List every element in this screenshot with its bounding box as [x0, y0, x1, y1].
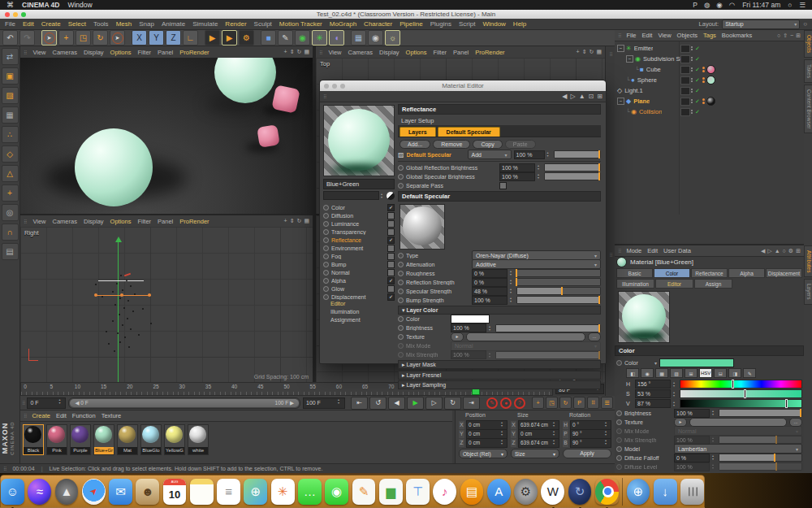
drag-grip-icon[interactable]: ⠿	[618, 248, 620, 254]
tab-displacement[interactable]: Displacement	[766, 268, 802, 278]
layer-color-foldbar[interactable]: ▾ Layer Color	[398, 306, 601, 315]
back-icon[interactable]: ◀	[761, 248, 765, 254]
notification-center-icon[interactable]: ☰	[799, 1, 806, 9]
channel-normal[interactable]: Normal	[323, 268, 395, 276]
dock-calendar-icon[interactable]: AUG10	[163, 479, 187, 505]
key-pla-button[interactable]: ⠿	[587, 397, 599, 409]
hsv-h-slider[interactable]	[680, 380, 802, 389]
autokey-button[interactable]: ●	[500, 397, 512, 409]
am-menu-user-data[interactable]: User Data	[663, 247, 691, 254]
coord-size-z-field[interactable]: 639.674 cm▴▾	[518, 438, 559, 448]
material-tag-icon[interactable]	[706, 76, 715, 85]
light-button[interactable]: ☼	[385, 30, 400, 46]
om-menu-objects[interactable]: Objects	[677, 32, 698, 39]
redo-button[interactable]: ↷	[19, 30, 35, 46]
color-mode--icon[interactable]: ⊟	[714, 368, 727, 378]
dock-appstore-icon[interactable]: A	[487, 479, 511, 505]
menu-snap[interactable]: Snap	[139, 20, 154, 28]
texture-browse-button[interactable]: ...	[588, 332, 601, 341]
dock-w-app-icon[interactable]: W	[541, 479, 564, 505]
om-menu-bookmarks[interactable]: Bookmarks	[722, 32, 753, 39]
separate-pass-checkbox[interactable]	[499, 182, 507, 189]
viewport-menu-options[interactable]: Options	[110, 218, 132, 225]
channel-diffusion-checkbox[interactable]	[387, 212, 395, 219]
key-interpolation-button[interactable]: ☰	[601, 397, 613, 409]
lock-x-axis[interactable]: X	[132, 30, 147, 46]
wifi-icon[interactable]: ◠	[729, 1, 735, 9]
material-tag-icon[interactable]	[706, 97, 715, 106]
timeline-range-slider[interactable]: ◀ 0 F 100 F ▶	[68, 397, 300, 409]
material-preview[interactable]	[323, 105, 395, 176]
mix-strength-value[interactable]: 100 %	[451, 350, 486, 359]
hsv-v-slider[interactable]	[680, 399, 802, 408]
channel-editor[interactable]: Editor	[323, 301, 395, 309]
size-dropdown[interactable]: Size▾	[511, 449, 559, 458]
dock-photos-icon[interactable]: ✳	[271, 479, 295, 505]
viewport-menu-panel[interactable]: Panel	[158, 218, 173, 225]
plane-handle-dot[interactable]	[120, 293, 123, 297]
viewport-menu-filter[interactable]: Filter	[433, 49, 447, 56]
material-tag-icon[interactable]	[706, 65, 715, 74]
menu-help[interactable]: Help	[513, 20, 526, 28]
viewport-menu-options[interactable]: Options	[110, 49, 132, 56]
channel-glow[interactable]: Glow	[323, 284, 395, 293]
mix-strength-value[interactable]: 100 %	[674, 436, 710, 445]
dock-siri-icon[interactable]: ≈	[28, 479, 51, 505]
tree-item-cube[interactable]: └■Cube✓	[615, 64, 804, 75]
viewport-menu-prorender[interactable]: ProRender	[475, 49, 504, 56]
reflection-strength-slider[interactable]	[516, 278, 601, 286]
dock-trash-icon[interactable]: ☰	[680, 479, 704, 505]
record-button[interactable]: ✎	[486, 397, 498, 409]
texture-arrow-button[interactable]: ▸	[451, 332, 464, 341]
global-specular-brightness-slider[interactable]	[544, 172, 601, 180]
side-tab-layers[interactable]: Layers	[804, 279, 812, 305]
layer-strength-slider[interactable]	[554, 150, 601, 158]
viewport-perspective-canvas[interactable]	[20, 58, 313, 214]
material-editor-titlebar[interactable]: Material Editor	[320, 80, 606, 91]
channel-displacement-checkbox[interactable]: ✓	[387, 293, 395, 301]
dock-pages-icon[interactable]: ✎	[352, 479, 376, 505]
material-black[interactable]: Black	[23, 424, 44, 455]
menu-plugins[interactable]: Plugins	[430, 20, 451, 28]
channel-diffusion[interactable]: Diffusion	[323, 211, 395, 219]
channel-bump[interactable]: Bump	[323, 260, 395, 268]
channel-transparency[interactable]: Transparency	[323, 228, 395, 236]
brightness-slider[interactable]	[495, 324, 601, 332]
viewport-menu-panel[interactable]: Panel	[158, 49, 173, 56]
pan-icon[interactable]: +	[284, 49, 287, 55]
mix-strength-slider[interactable]	[495, 351, 601, 359]
channel-color-checkbox[interactable]: ✓	[387, 204, 395, 211]
forward-icon[interactable]: ▷	[767, 248, 771, 254]
color-mode--icon[interactable]: ◨	[728, 368, 741, 378]
side-tab-attributes[interactable]: Attributes	[804, 245, 812, 277]
viewport-menu-filter[interactable]: Filter	[137, 49, 151, 56]
hsv-s-slider[interactable]	[680, 389, 802, 398]
viewport-menu-cameras[interactable]: Cameras	[53, 218, 77, 225]
app-menu-title[interactable]: CINEMA 4D	[22, 1, 59, 9]
color-mode--icon[interactable]: ⊞	[685, 368, 698, 378]
menu-motion-tracker[interactable]: Motion Tracker	[279, 20, 322, 28]
dock-network-globe-icon[interactable]: ⊕	[627, 479, 650, 505]
add-icon[interactable]: ⊞	[796, 33, 801, 39]
layer-strength-value[interactable]: 100 %	[514, 150, 545, 159]
specular-strength-slider[interactable]	[516, 287, 601, 295]
goto-start-button[interactable]: ⇤	[351, 397, 368, 410]
hsv-v-value[interactable]: 87 %	[635, 399, 671, 408]
mix-strength-slider[interactable]	[719, 436, 802, 444]
move-tool[interactable]: +	[58, 30, 74, 46]
global-reflection-brightness-slider[interactable]	[544, 163, 601, 172]
rotate-tool[interactable]: ↻	[93, 30, 108, 46]
drag-grip-icon[interactable]: ⠿	[618, 33, 620, 38]
om-menu-file[interactable]: File	[626, 32, 636, 39]
menu-file[interactable]: File	[5, 20, 15, 28]
binoculars-icon[interactable]: ◉	[716, 1, 722, 9]
material-blueglo[interactable]: BlueGlo	[140, 424, 162, 455]
om-menu-edit[interactable]: Edit	[642, 32, 653, 39]
roughness-value[interactable]: 0 %	[472, 269, 508, 278]
layout-dropdown[interactable]: Startup▾	[722, 20, 800, 29]
drag-grip-icon[interactable]: ⠿	[323, 93, 326, 99]
up-icon[interactable]: ⇧	[783, 33, 788, 39]
render-region-button[interactable]: ▶	[222, 30, 237, 46]
mograph-button[interactable]: ✳	[312, 30, 327, 46]
menu-edit[interactable]: Edit	[23, 20, 34, 28]
